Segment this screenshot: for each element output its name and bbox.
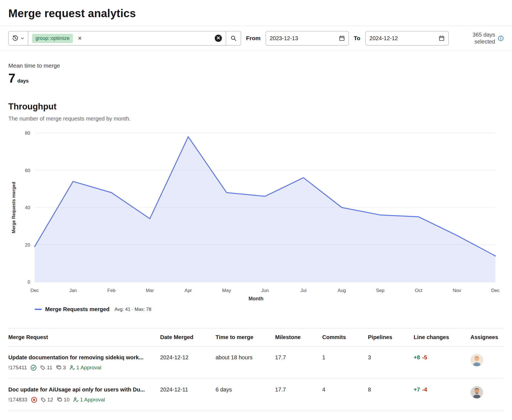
search-history-button[interactable] — [8, 31, 28, 45]
deletions: -4 — [422, 386, 427, 393]
merge-request-analytics-page: Merge request analytics group::optimize … — [0, 0, 512, 420]
svg-text:Mar: Mar — [146, 288, 154, 293]
from-date-value: 2023-12-13 — [270, 35, 298, 42]
commits-cell: 4 — [322, 379, 365, 400]
pipelines-cell: 3 — [368, 347, 411, 368]
svg-text:60: 60 — [25, 168, 30, 173]
assignee-avatar[interactable] — [470, 354, 483, 367]
table-row: Update documentation for removing sideki… — [8, 347, 504, 379]
filter-token[interactable]: group::optimize — [32, 34, 73, 43]
milestone-cell[interactable]: 17.7 — [275, 379, 319, 400]
svg-text:Dec: Dec — [491, 288, 500, 293]
approval-icon — [70, 365, 75, 370]
milestone-cell[interactable]: 17.7 — [275, 347, 319, 368]
additions: +7 — [414, 386, 420, 393]
throughput-subtitle: The number of merge requests merged by m… — [0, 112, 512, 122]
merge-request-title-link[interactable]: Update documentation for removing sideki… — [8, 354, 155, 361]
merge-request-id: !174833 — [8, 396, 27, 403]
assignees-cell — [470, 347, 504, 374]
col-header-assignees: Assignees — [470, 328, 504, 346]
line-changes-cell: +8-5 — [414, 347, 468, 368]
label-icon — [41, 397, 46, 403]
svg-text:Apr: Apr — [185, 288, 192, 293]
assignee-avatar[interactable] — [470, 386, 483, 399]
search-icon — [231, 35, 237, 41]
svg-text:Jul: Jul — [300, 288, 306, 293]
svg-text:20: 20 — [25, 242, 30, 248]
approvals: 1 Approval — [70, 364, 101, 371]
filter-token-label: group::optimize — [35, 35, 70, 41]
chevron-down-icon — [21, 36, 24, 40]
calendar-icon — [439, 35, 444, 41]
time-to-merge-cell: about 18 hours — [216, 347, 272, 368]
deletions: -5 — [422, 354, 427, 360]
throughput-chart-area: 020406080DecJanFebMarAprMayJunJulAugSepO… — [0, 122, 512, 313]
svg-text:Jun: Jun — [261, 288, 269, 293]
legend-stats: Avg: 41 · Max: 78 — [114, 307, 151, 312]
svg-text:Oct: Oct — [415, 288, 423, 293]
col-header-pipelines: Pipelines — [368, 328, 411, 346]
label-icon — [40, 365, 45, 370]
col-header-milestone: Milestone — [275, 328, 319, 346]
svg-text:Aug: Aug — [338, 288, 346, 293]
approvals: 1 Approval — [73, 396, 105, 403]
labels-count: 11 — [40, 364, 52, 371]
comments-icon — [56, 365, 62, 370]
filter-bar: group::optimize × ✕ From 2023-12-13 — [0, 26, 512, 50]
legend-label: Merge Requests merged — [45, 306, 109, 313]
to-date-value: 2024-12-12 — [370, 35, 398, 42]
from-date-field[interactable]: 2023-12-13 — [266, 31, 349, 45]
date-merged-cell: 2024-12-11 — [160, 379, 213, 400]
col-header-commits: Commits — [322, 328, 365, 346]
table-row: Doc update for AiUsage api only for user… — [8, 379, 504, 411]
assignees-cell — [470, 379, 504, 406]
merge-requests-table: Merge Request Date Merged Time to merge … — [8, 328, 504, 411]
pipelines-cell: 8 — [368, 379, 411, 400]
to-date-field[interactable]: 2024-12-12 — [365, 31, 449, 45]
filtered-search-input[interactable]: group::optimize × ✕ — [28, 31, 226, 45]
merge-request-cell: Doc update for AiUsage api only for user… — [8, 379, 157, 411]
comments-icon — [57, 397, 62, 403]
date-merged-cell: 2024-12-12 — [160, 347, 213, 368]
svg-text:80: 80 — [25, 130, 30, 136]
history-icon — [12, 35, 18, 41]
table-header-row: Merge Request Date Merged Time to merge … — [8, 328, 504, 347]
merged-status-icon — [30, 365, 37, 371]
closed-status-icon — [31, 397, 37, 403]
labels-count: 12 — [41, 396, 53, 403]
to-label: To — [354, 35, 360, 42]
page-title: Merge request analytics — [0, 0, 512, 26]
clear-search-button[interactable]: ✕ — [215, 35, 222, 42]
date-range-summary-text: 365 days selected — [462, 31, 495, 45]
commits-cell: 1 — [322, 347, 365, 368]
svg-text:Jan: Jan — [69, 288, 77, 293]
comments-count: 10 — [57, 396, 70, 403]
chart-legend: Merge Requests merged Avg: 41 · Max: 78 — [35, 306, 504, 313]
svg-text:0: 0 — [28, 280, 30, 285]
date-range-summary: 365 days selected — [462, 31, 504, 45]
col-header-time-to-merge: Time to merge — [216, 328, 272, 346]
from-label: From — [246, 35, 261, 42]
col-header-line-changes: Line changes — [414, 328, 468, 346]
info-icon[interactable] — [498, 35, 504, 41]
throughput-title: Throughput — [0, 86, 512, 112]
svg-text:Sep: Sep — [376, 288, 384, 293]
merge-request-title-link[interactable]: Doc update for AiUsage api only for user… — [8, 386, 155, 393]
merge-request-cell: Update documentation for removing sideki… — [8, 347, 157, 378]
search-button[interactable] — [226, 31, 241, 45]
approval-icon — [73, 397, 79, 403]
mean-time-to-merge-stat: Mean time to merge 7 days — [0, 51, 512, 86]
mean-time-value: 7 — [8, 71, 16, 86]
x-axis-title: Month — [8, 296, 504, 302]
col-header-date-merged: Date Merged — [160, 328, 213, 346]
svg-text:Feb: Feb — [107, 288, 116, 293]
filtered-search-group: group::optimize × ✕ — [8, 31, 241, 45]
svg-text:May: May — [222, 288, 231, 293]
mean-time-unit: days — [17, 78, 29, 84]
svg-text:Dec: Dec — [30, 288, 39, 293]
calendar-icon — [339, 35, 345, 41]
merge-request-meta: !175411 11 — [8, 364, 155, 371]
merge-request-id: !175411 — [8, 364, 27, 371]
mean-time-label: Mean time to merge — [8, 62, 504, 69]
token-remove-button[interactable]: × — [77, 35, 83, 42]
